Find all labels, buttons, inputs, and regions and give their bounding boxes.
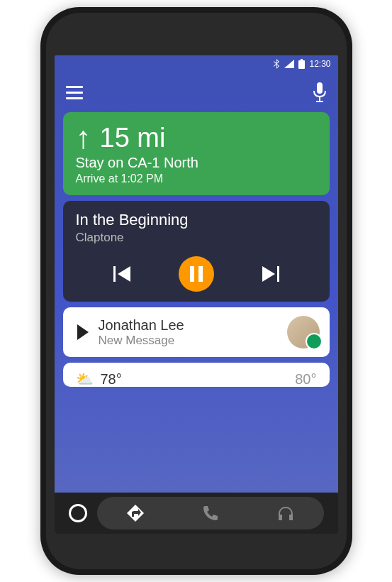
menu-button[interactable]	[66, 86, 83, 99]
music-artist: Claptone	[76, 231, 317, 245]
straight-arrow-icon: ↑	[76, 122, 91, 153]
message-subtitle: New Message	[99, 334, 277, 348]
message-sender: Jonathan Lee	[99, 317, 277, 334]
weather-current-temp: 78°	[101, 371, 122, 388]
weather-high-temp: 80°	[295, 371, 316, 388]
top-bar	[55, 72, 338, 112]
content-area: ↑ 15 mi Stay on CA-1 North Arrive at 1:0…	[55, 112, 338, 387]
next-track-button[interactable]	[261, 266, 279, 282]
previous-track-button[interactable]	[113, 266, 132, 282]
cellular-signal-icon	[284, 60, 294, 68]
svg-rect-0	[298, 60, 305, 69]
music-controls	[76, 256, 317, 295]
pause-button[interactable]	[179, 256, 214, 292]
svg-rect-2	[317, 82, 323, 94]
navigation-card[interactable]: ↑ 15 mi Stay on CA-1 North Arrive at 1:0…	[63, 112, 330, 195]
svg-rect-1	[301, 59, 303, 60]
screen: 12:30 ↑ 15 mi Stay on CA-1 North Arr	[55, 55, 338, 534]
svg-rect-3	[319, 97, 320, 101]
svg-rect-5	[113, 266, 116, 282]
nav-distance: 15 mi	[100, 123, 166, 153]
phone-frame: 12:30 ↑ 15 mi Stay on CA-1 North Arr	[40, 7, 352, 575]
nav-phone-button[interactable]	[202, 505, 219, 522]
svg-rect-6	[190, 266, 194, 282]
nav-directions-button[interactable]	[125, 503, 145, 523]
message-card[interactable]: Jonathan Lee New Message	[63, 307, 330, 357]
play-message-icon	[77, 324, 89, 340]
battery-icon	[298, 59, 305, 69]
bottom-nav-bar	[55, 493, 338, 534]
status-bar: 12:30	[55, 55, 338, 72]
phone-inner: 12:30 ↑ 15 mi Stay on CA-1 North Arr	[46, 13, 347, 569]
status-time: 12:30	[309, 59, 330, 69]
music-card[interactable]: In the Beginning Claptone	[63, 201, 330, 302]
nav-direction-row: ↑ 15 mi	[76, 122, 317, 153]
weather-icon: ⛅	[76, 370, 94, 387]
nav-instruction: Stay on CA-1 North	[76, 155, 317, 171]
weather-card[interactable]: ⛅ 78° 80°	[63, 363, 330, 387]
svg-rect-8	[277, 266, 279, 282]
sender-avatar	[287, 316, 320, 348]
music-title: In the Beginning	[76, 211, 317, 229]
nav-pill	[97, 497, 324, 529]
svg-rect-4	[316, 101, 323, 102]
home-button[interactable]	[69, 504, 87, 522]
voice-button[interactable]	[313, 82, 327, 102]
nav-eta: Arrive at 1:02 PM	[76, 172, 317, 185]
bluetooth-icon	[273, 59, 280, 69]
svg-rect-7	[198, 266, 203, 282]
nav-headphones-button[interactable]	[276, 505, 295, 522]
message-text: Jonathan Lee New Message	[99, 317, 277, 348]
